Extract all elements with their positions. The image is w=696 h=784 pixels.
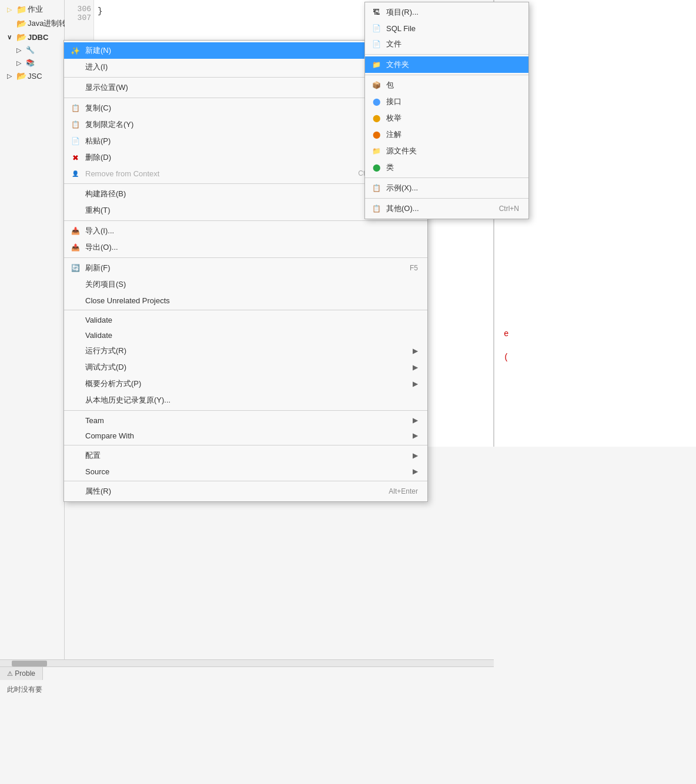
copy-icon: 📋 (70, 103, 81, 113)
code-right-keyword: e (504, 329, 508, 339)
menu-item-source[interactable]: Source ▶ (64, 464, 427, 479)
submenu-item-example[interactable]: 📋 示例(X)... (365, 180, 528, 196)
compare-with-arrow: ▶ (413, 431, 418, 440)
submenu-label-annotation: 注解 (386, 129, 401, 140)
submenu-item-interface[interactable]: ⬤ 接口 (365, 93, 528, 110)
menu-label-run-as: 运行方式(R) (85, 346, 126, 356)
menu-item-team[interactable]: Team ▶ (64, 413, 427, 428)
tree-item-sub1[interactable]: ▷ 🔧 (0, 43, 64, 56)
other-icon: 📋 (371, 203, 382, 214)
tree-arrow-jdbc: ∨ (5, 32, 14, 42)
menu-item-properties[interactable]: 属性(R) Alt+Enter (64, 483, 427, 500)
menu-label-close-project: 关闭项目(S) (85, 279, 126, 290)
menu-label-build-path: 构建路径(B) (85, 189, 126, 199)
scrollbar-thumb[interactable] (12, 661, 47, 666)
menu-label-remove-context: Remove from Context (85, 169, 159, 178)
tree-item-sub2[interactable]: ▷ 📚 (0, 56, 64, 69)
paste-icon: 📄 (70, 136, 81, 146)
tree-label-jdbc: JDBC (28, 33, 48, 42)
refresh-shortcut: F5 (392, 264, 418, 272)
submenu-item-class[interactable]: ⬤ 类 (365, 159, 528, 176)
submenu-label-sql-file: SQL File (386, 24, 416, 33)
menu-label-source: Source (85, 467, 109, 476)
problems-tab[interactable]: ⚠ Proble (0, 667, 43, 680)
submenu-label-package: 包 (386, 80, 394, 91)
submenu-item-folder[interactable]: 📁 文件夹 (365, 56, 528, 73)
refresh-icon: 🔄 (70, 263, 81, 273)
submenu-item-source-folder[interactable]: 📁 源文件夹 (365, 143, 528, 159)
submenu-item-annotation[interactable]: ⬤ 注解 (365, 126, 528, 143)
package-icon: 📦 (371, 80, 382, 91)
code-content: } (98, 5, 102, 18)
submenu-sep-1 (365, 54, 528, 55)
separator-7 (64, 410, 427, 411)
profile-as-arrow: ▶ (413, 380, 418, 388)
menu-item-configure[interactable]: 配置 ▶ (64, 447, 427, 464)
other-shortcut: Ctrl+N (487, 205, 519, 213)
tree-item-jsc[interactable]: ▷ 📂 JSC (0, 69, 64, 82)
enum-icon: ⬤ (371, 113, 382, 123)
submenu-new: 🏗 项目(R)... 📄 SQL File 📄 文件 📁 文件夹 📦 包 ⬤ 接… (364, 2, 529, 219)
example-icon: 📋 (371, 183, 382, 193)
submenu-label-class: 类 (386, 162, 394, 173)
submenu-label-enum: 枚举 (386, 113, 401, 123)
separator-9 (64, 481, 427, 481)
tree-arrow-sub2: ▷ (14, 58, 24, 68)
tree-arrow-java (5, 19, 14, 28)
tree-arrow-sub1: ▷ (14, 45, 24, 55)
problems-tab-label: Proble (15, 669, 35, 678)
menu-item-refresh[interactable]: 🔄 刷新(F) F5 (64, 260, 427, 276)
menu-label-show-remote: Validate (85, 331, 112, 340)
menu-item-show-remote[interactable]: Validate (64, 327, 427, 343)
menu-item-close-project[interactable]: 关闭项目(S) (64, 276, 427, 293)
separator-5 (64, 257, 427, 258)
menu-label-new: 新建(N) (85, 45, 111, 56)
submenu-sep-3 (365, 177, 528, 178)
menu-label-enter: 进入(I) (85, 62, 108, 72)
submenu-item-enum[interactable]: ⬤ 枚举 (365, 110, 528, 126)
menu-label-compare-with: Compare With (85, 431, 134, 440)
annotation-icon: ⬤ (371, 129, 382, 140)
submenu-item-project[interactable]: 🏗 项目(R)... (365, 4, 528, 21)
menu-item-run-as[interactable]: 运行方式(R) ▶ (64, 343, 427, 359)
menu-item-validate[interactable]: Validate (64, 312, 427, 327)
tree-item-jdbc[interactable]: ∨ 📂 JDBC (0, 31, 64, 43)
menu-label-properties: 属性(R) (85, 486, 111, 497)
menu-label-refresh: 刷新(F) (85, 263, 111, 273)
menu-item-profile-as[interactable]: 概要分析方式(P) ▶ (64, 376, 427, 392)
source-arrow: ▶ (413, 467, 418, 475)
menu-label-export: 导出(O)... (85, 242, 118, 253)
folder-icon: ▷ (5, 5, 14, 14)
submenu-sep-2 (365, 75, 528, 75)
menu-item-close-unrelated[interactable]: Close Unrelated Projects (64, 293, 427, 308)
submenu-item-file[interactable]: 📄 文件 (365, 36, 528, 52)
menu-label-close-unrelated: Close Unrelated Projects (85, 296, 170, 305)
tree-item-java[interactable]: 📂 Java进制转换 (0, 16, 64, 31)
submenu-item-other[interactable]: 📋 其他(O)... Ctrl+N (365, 200, 528, 217)
tree-label-zuoye: 作业 (28, 4, 43, 15)
separator-6 (64, 310, 427, 310)
submenu-item-package[interactable]: 📦 包 (365, 77, 528, 93)
separator-4 (64, 220, 427, 221)
menu-item-export[interactable]: 📤 导出(O)... (64, 239, 427, 256)
horizontal-scrollbar[interactable] (0, 659, 494, 666)
menu-item-debug-as[interactable]: 调试方式(D) ▶ (64, 359, 427, 376)
submenu-item-sql-file[interactable]: 📄 SQL File (365, 21, 528, 36)
source-folder-icon: 📁 (371, 146, 382, 156)
properties-shortcut: Alt+Enter (371, 487, 418, 495)
menu-item-compare-with[interactable]: Compare With ▶ (64, 428, 427, 443)
code-right-line1: }); (504, 5, 687, 18)
export-icon: 📤 (70, 242, 81, 253)
class-icon: ⬤ (371, 162, 382, 173)
debug-as-arrow: ▶ (413, 363, 418, 371)
submenu-label-example: 示例(X)... (386, 183, 418, 193)
project-icon: 🏗 (371, 7, 382, 18)
file-icon: 📄 (371, 39, 382, 49)
menu-item-restore-local[interactable]: 从本地历史记录复原(Y)... (64, 392, 427, 408)
submenu-label-other: 其他(O)... (386, 203, 419, 214)
submenu-label-file: 文件 (386, 39, 401, 49)
submenu-label-folder: 文件夹 (386, 59, 409, 70)
tree-item-zuoye[interactable]: ▷ 📁 作业 (0, 2, 64, 16)
menu-item-import[interactable]: 📥 导入(I)... (64, 223, 427, 239)
menu-label-show-location: 显示位置(W) (85, 82, 128, 93)
